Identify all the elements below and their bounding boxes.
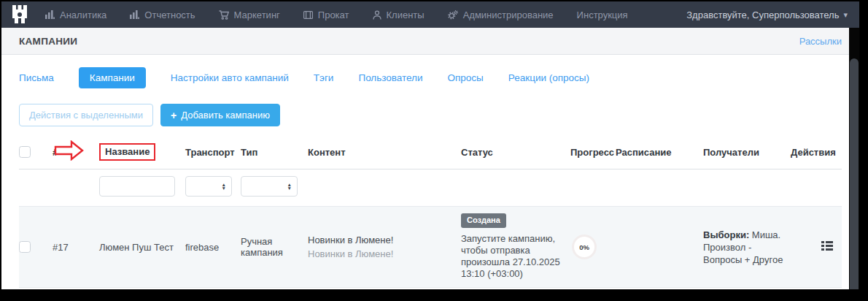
select-all-checkbox[interactable] bbox=[19, 146, 31, 158]
tabs: Письма Кампании Настройки авто кампаний … bbox=[19, 67, 842, 88]
campaign-type: Ручная кампания bbox=[241, 288, 308, 289]
progress-ring: 0% bbox=[572, 235, 597, 259]
campaign-type: Ручная кампания bbox=[241, 207, 308, 288]
tab-letters[interactable]: Письма bbox=[19, 72, 54, 83]
tab-surveys[interactable]: Опросы bbox=[448, 72, 484, 83]
user-menu[interactable]: Здравствуйте, Суперпользователь bbox=[686, 9, 848, 20]
campaign-id: #16 bbox=[53, 288, 99, 289]
column-header-status[interactable]: Статус bbox=[461, 137, 570, 169]
nav-item-reports[interactable]: Отчетность bbox=[130, 9, 195, 20]
nav-item-label: Аналитика bbox=[60, 9, 106, 20]
tab-campaigns[interactable]: Кампании bbox=[79, 67, 146, 88]
campaign-actions bbox=[791, 207, 842, 288]
campaign-status: Не доставлена no users found bbox=[461, 288, 570, 289]
column-header-recipients[interactable]: Получатели bbox=[703, 137, 791, 169]
column-header-actions[interactable]: Действия bbox=[791, 137, 842, 169]
campaign-name: Люмен. Тест bbox=[99, 288, 185, 289]
campaign-progress: 0% bbox=[570, 288, 616, 289]
type-filter-select[interactable] bbox=[241, 176, 298, 197]
nav-item-label: Клиенты bbox=[387, 9, 425, 20]
tab-tags[interactable]: Тэги bbox=[314, 72, 334, 83]
nav-item-label: Отчетность bbox=[144, 9, 195, 20]
plus-icon: + bbox=[171, 110, 177, 121]
scrollbar-thumb[interactable] bbox=[850, 58, 859, 289]
bar-chart-icon bbox=[130, 10, 139, 19]
campaign-recipients: Выборки: Миша. Произвол - Вопросы + Друг… bbox=[703, 288, 791, 289]
content-title: Новинки в Люмене! bbox=[308, 235, 455, 246]
scrollbar-track[interactable] bbox=[849, 28, 859, 289]
add-campaign-button[interactable]: + Добавить кампанию bbox=[160, 104, 280, 126]
campaigns-table: # Название Транспорт Тип Контент Статус … bbox=[19, 137, 859, 289]
status-badge: Создана bbox=[461, 213, 506, 228]
nav-item-label: Инструкция bbox=[577, 9, 628, 20]
table-row: #16 Люмен. Тест email Ручная кампания от… bbox=[19, 288, 842, 289]
content-subtitle: Новинки в Люмене! bbox=[308, 248, 455, 260]
campaign-actions bbox=[791, 288, 842, 289]
nav-item-administration[interactable]: Администрирование bbox=[448, 9, 554, 20]
table-row: #17 Люмен Пуш Тест firebase Ручная кампа… bbox=[19, 207, 842, 288]
list-icon bbox=[821, 241, 833, 251]
actions-list-button[interactable] bbox=[820, 240, 834, 254]
annotation-arrow-icon bbox=[54, 140, 85, 163]
filter-row bbox=[19, 169, 842, 207]
column-header-schedule[interactable]: Расписание bbox=[616, 137, 703, 169]
mailings-link[interactable]: Рассылки bbox=[799, 36, 842, 47]
tab-reactions[interactable]: Реакции (опросы) bbox=[508, 72, 589, 83]
nav-item-analytics[interactable]: Аналитика bbox=[45, 9, 106, 20]
page-header: КАМПАНИИ Рассылки bbox=[1, 28, 859, 55]
bar-chart-icon bbox=[45, 10, 55, 19]
nav-item-label: Прокат bbox=[318, 9, 349, 20]
column-header-name[interactable]: Название bbox=[99, 137, 185, 169]
person-icon bbox=[373, 10, 381, 20]
campaign-recipients: Выборки: Миша. Произвол - Вопросы + Друг… bbox=[703, 207, 791, 288]
nav-item-label: Маркетинг bbox=[234, 9, 280, 20]
column-header-transport[interactable]: Транспорт bbox=[185, 137, 241, 169]
column-header-type[interactable]: Тип bbox=[241, 137, 308, 169]
add-campaign-label: Добавить кампанию bbox=[181, 110, 270, 121]
top-navbar: Аналитика Отчетность Маркетинг Прокат Кл… bbox=[1, 1, 859, 28]
toolbar: Действия с выделенными + Добавить кампан… bbox=[19, 104, 842, 126]
nav-item-marketing[interactable]: Маркетинг bbox=[219, 9, 280, 20]
table-header-row: # Название Транспорт Тип Контент Статус … bbox=[19, 137, 842, 169]
tab-users[interactable]: Пользователи bbox=[358, 72, 422, 83]
up-down-stepper-icon bbox=[287, 183, 292, 191]
campaign-schedule bbox=[616, 207, 703, 288]
column-header-progress[interactable]: Прогресс bbox=[570, 137, 616, 169]
campaign-progress: 0% bbox=[570, 207, 616, 288]
column-header-content[interactable]: Контент bbox=[308, 137, 461, 169]
progress-value: 0% bbox=[579, 243, 589, 251]
up-down-stepper-icon bbox=[222, 183, 226, 191]
nav-item-clients[interactable]: Клиенты bbox=[373, 9, 425, 20]
campaign-transport: firebase bbox=[185, 207, 241, 288]
page-title: КАМПАНИИ bbox=[19, 36, 77, 47]
nav-item-label: Администрирование bbox=[463, 9, 554, 20]
app-logo[interactable] bbox=[10, 4, 29, 25]
name-filter-input[interactable] bbox=[99, 176, 175, 197]
campaign-schedule bbox=[616, 288, 703, 289]
campaign-transport: email bbox=[185, 288, 241, 289]
film-icon bbox=[303, 11, 313, 19]
transport-filter-select[interactable] bbox=[185, 176, 232, 197]
nav-menu: Аналитика Отчетность Маркетинг Прокат Кл… bbox=[45, 9, 628, 20]
tab-auto-campaign-settings[interactable]: Настройки авто кампаний bbox=[171, 72, 289, 83]
bulk-actions-button[interactable]: Действия с выделенными bbox=[19, 104, 153, 126]
nav-item-instruction[interactable]: Инструкция bbox=[577, 9, 628, 20]
row-checkbox[interactable] bbox=[19, 241, 31, 253]
recipients-label: Выборки: bbox=[703, 229, 749, 240]
status-note: Запустите кампанию, чтобы отправка произ… bbox=[461, 233, 565, 280]
gears-icon bbox=[448, 10, 458, 20]
campaign-name: Люмен Пуш Тест bbox=[99, 207, 185, 288]
campaign-content: Новинки в Люмене! Новинки в Люмене! bbox=[308, 207, 461, 288]
user-greeting: Здравствуйте, Суперпользователь bbox=[686, 9, 839, 20]
cart-icon bbox=[219, 10, 229, 20]
app-window: Аналитика Отчетность Маркетинг Прокат Кл… bbox=[1, 1, 859, 289]
nav-item-rental[interactable]: Прокат bbox=[303, 9, 349, 20]
annotation-highlight-box: Название bbox=[99, 143, 155, 161]
campaign-id: #17 bbox=[53, 207, 99, 288]
cinema-logo-icon bbox=[11, 5, 28, 24]
campaign-content: от Люмен [info@sender.cinemabox.team] Лю… bbox=[308, 288, 461, 289]
campaign-status: Создана Запустите кампанию, чтобы отправ… bbox=[461, 207, 570, 288]
